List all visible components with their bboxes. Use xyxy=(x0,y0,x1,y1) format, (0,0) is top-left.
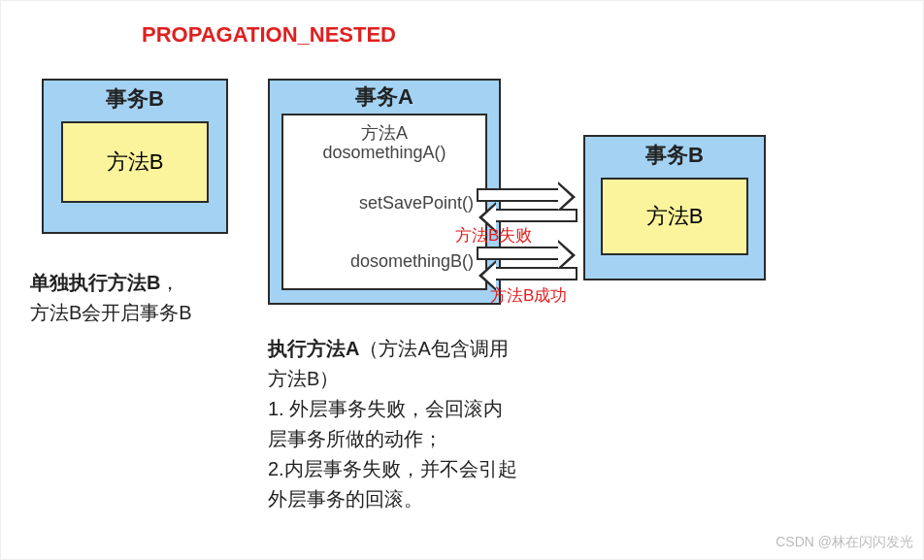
method-b-left-box: 方法B xyxy=(61,121,209,203)
transaction-b-left-header: 事务B xyxy=(44,81,226,119)
diagram-title: PROPAGATION_NESTED xyxy=(142,22,396,48)
dosomethingA-label: dosomethingA() xyxy=(283,143,485,163)
setSavePoint-label: setSavePoint() xyxy=(283,193,485,214)
dosomethingB-label: dosomethingB() xyxy=(283,251,485,272)
center-caption: 执行方法A（方法A包含调用方法B） 1. 外层事务失败，会回滚内层事务所做的动作… xyxy=(268,334,520,514)
method-b-left-label: 方法B xyxy=(107,148,164,177)
method-b-right-box: 方法B xyxy=(601,178,748,255)
transaction-b-left-box: 事务B 方法B xyxy=(42,79,228,234)
transaction-b-right-box: 事务B 方法B xyxy=(583,135,766,280)
transaction-a-header: 事务A xyxy=(270,81,499,114)
arrow-fail-return xyxy=(494,209,578,222)
method-a-label: 方法A xyxy=(283,121,485,145)
method-b-right-label: 方法B xyxy=(646,202,704,231)
center-caption-rest: （方法A包含调用方法B） 1. 外层事务失败，会回滚内层事务所做的动作； 2.内… xyxy=(268,338,517,510)
arrow-to-b-top xyxy=(477,188,560,202)
center-caption-bold: 执行方法A xyxy=(268,338,359,359)
arrow-success-return xyxy=(494,267,578,280)
transaction-b-right-header: 事务B xyxy=(585,137,764,176)
diagram-canvas: PROPAGATION_NESTED 事务B 方法B 单独执行方法B， 方法B会… xyxy=(0,0,924,560)
transaction-a-box: 事务A 方法A dosomethingA() setSavePoint() do… xyxy=(268,79,501,305)
transaction-a-inner: 方法A dosomethingA() setSavePoint() dosome… xyxy=(281,114,487,290)
left-caption-bold: 单独执行方法B xyxy=(30,272,160,293)
arrow-to-b-bottom xyxy=(477,247,560,260)
left-caption: 单独执行方法B， 方法B会开启事务B xyxy=(30,268,234,328)
watermark: CSDN @林在闪闪发光 xyxy=(776,534,913,551)
success-label: 方法B成功 xyxy=(490,284,567,307)
